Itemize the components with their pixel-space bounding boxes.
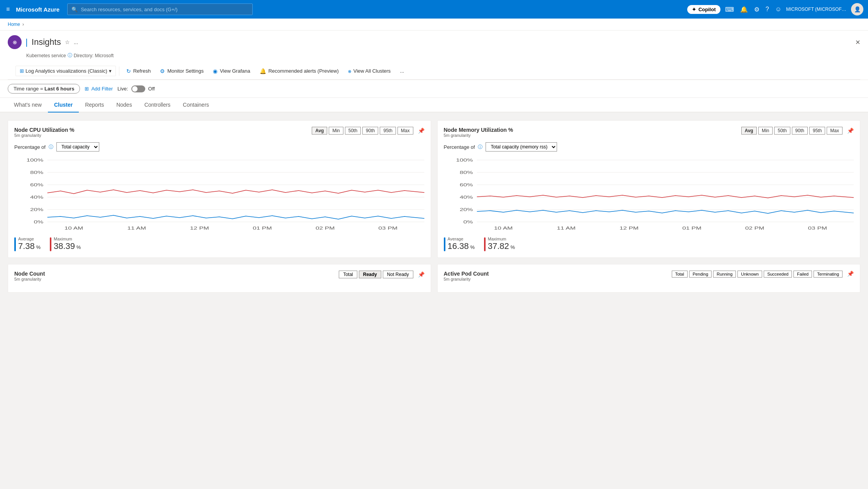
close-icon[interactable]: ✕ <box>855 39 860 46</box>
main-content: Node CPU Utilization % 5m granularity Av… <box>0 112 868 300</box>
gear-icon: ⚙ <box>160 68 165 74</box>
notifications-button[interactable]: 🔔 <box>739 4 749 15</box>
tab-nodes[interactable]: Nodes <box>110 98 138 112</box>
live-toggle[interactable] <box>131 85 145 92</box>
cpu-min-btn[interactable]: Min <box>329 127 343 135</box>
avatar[interactable]: 👤 <box>851 3 863 15</box>
cpu-95th-btn[interactable]: 95th <box>380 127 396 135</box>
pod-total-btn[interactable]: Total <box>672 271 688 278</box>
page-title: | Insights <box>25 37 61 47</box>
terminal-button[interactable]: ⌨ <box>724 4 736 15</box>
node-total-btn[interactable]: Total <box>339 271 357 278</box>
more-options-icon[interactable]: ... <box>74 39 78 45</box>
svg-text:02 PM: 02 PM <box>316 226 335 230</box>
memory-chart-header: Node Memory Utilization % 5m granularity… <box>444 127 854 138</box>
memory-chart-card: Node Memory Utilization % 5m granularity… <box>437 120 861 258</box>
monitor-settings-button[interactable]: ⚙ Monitor Settings <box>156 66 207 76</box>
breadcrumb-home[interactable]: Home <box>8 22 20 27</box>
pod-failed-btn[interactable]: Failed <box>793 271 812 278</box>
hamburger-menu[interactable]: ≡ <box>5 4 11 14</box>
recommended-alerts-button[interactable]: 🔔 Recommended alerts (Preview) <box>256 66 343 76</box>
view-all-clusters-button[interactable]: ⎈ View All Clusters <box>344 66 395 76</box>
pod-running-btn[interactable]: Running <box>713 271 736 278</box>
separator <box>119 66 119 76</box>
cpu-max-stat: Maximum 38.39 % <box>50 237 81 251</box>
azure-logo: Microsoft Azure <box>16 6 59 13</box>
tab-reports[interactable]: Reports <box>79 98 110 112</box>
memory-95th-btn[interactable]: 95th <box>809 127 825 135</box>
user-account[interactable]: MICROSOFT (MICROSOFT.ONMI... <box>786 7 848 12</box>
cpu-avg-display: 7.38 % <box>18 241 41 251</box>
memory-chart-title: Node Memory Utilization % <box>444 127 513 133</box>
chevron-down-icon: ▾ <box>109 68 112 74</box>
cpu-90th-btn[interactable]: 90th <box>362 127 378 135</box>
cpu-max-btn[interactable]: Max <box>397 127 413 135</box>
kubernetes-icon: ⎈ <box>8 35 22 49</box>
cpu-chart-card: Node CPU Utilization % 5m granularity Av… <box>8 120 431 258</box>
feedback-button[interactable]: ☺ <box>774 4 783 14</box>
cpu-info-icon[interactable]: ⓘ <box>49 144 53 150</box>
favorite-icon[interactable]: ☆ <box>65 39 70 45</box>
add-filter-button[interactable]: ⊞ Add Filter <box>85 86 113 92</box>
memory-max-btn[interactable]: Max <box>827 127 843 135</box>
cpu-chart-area: 100% 80% 60% 40% 20% 0% 10 AM 11 AM 12 P… <box>14 156 425 233</box>
memory-avg-btn[interactable]: Avg <box>741 127 757 135</box>
pod-terminating-btn[interactable]: Terminating <box>814 271 843 278</box>
memory-chart-title-group: Node Memory Utilization % 5m granularity <box>444 127 513 138</box>
node-pin-icon[interactable]: 📌 <box>418 271 425 278</box>
memory-pin-icon[interactable]: 📌 <box>847 128 854 134</box>
filter-icon: ⊞ <box>85 86 89 92</box>
memory-50th-btn[interactable]: 50th <box>774 127 790 135</box>
memory-svg: 100% 80% 60% 40% 20% 0% 10 AM 11 AM 12 P… <box>444 156 854 233</box>
charts-row: Node CPU Utilization % 5m granularity Av… <box>8 120 860 258</box>
cpu-max-display: 38.39 % <box>54 241 81 251</box>
tab-cluster[interactable]: Cluster <box>48 98 79 112</box>
page-header: ⎈ | Insights ☆ ... ✕ Kubernetes service … <box>0 31 868 80</box>
cpu-svg: 100% 80% 60% 40% 20% 0% 10 AM 11 AM 12 P… <box>14 156 425 233</box>
node-count-subtitle: 5m granularity <box>14 277 45 281</box>
memory-max-stat: Maximum 37.82 % <box>484 237 515 251</box>
tabs-row: What's new Cluster Reports Nodes Control… <box>0 98 868 112</box>
cpu-chart-header: Node CPU Utilization % 5m granularity Av… <box>14 127 425 138</box>
toolbar-more-button[interactable]: ... <box>396 66 408 76</box>
refresh-button[interactable]: ↻ Refresh <box>122 66 155 76</box>
view-grafana-button[interactable]: ◉ View Grafana <box>209 66 254 76</box>
memory-90th-btn[interactable]: 90th <box>792 127 808 135</box>
svg-text:01 PM: 01 PM <box>253 226 272 230</box>
pod-succeeded-btn[interactable]: Succeeded <box>764 271 792 278</box>
memory-info-icon[interactable]: ⓘ <box>478 144 482 150</box>
pod-pending-btn[interactable]: Pending <box>689 271 712 278</box>
settings-button[interactable]: ⚙ <box>752 4 761 15</box>
cpu-avg-stat: Average 7.38 % <box>14 237 41 251</box>
svg-text:11 AM: 11 AM <box>557 226 576 230</box>
cpu-avg-bar <box>14 237 16 251</box>
copilot-button[interactable]: ✦ Copilot <box>687 5 720 14</box>
pod-count-subtitle: 5m granularity <box>444 277 489 281</box>
tab-whats-new[interactable]: What's new <box>8 98 48 112</box>
toolbar: ⊞ Log Analytics visualizations (Classic)… <box>8 63 860 80</box>
analytics-icon: ⊞ <box>20 68 24 74</box>
search-bar: 🔍 <box>67 3 253 15</box>
svg-text:11 AM: 11 AM <box>127 226 146 230</box>
svg-text:20%: 20% <box>30 208 43 212</box>
cpu-avg-btn[interactable]: Avg <box>312 127 327 135</box>
cpu-capacity-dropdown[interactable]: Total capacity Request Limit <box>56 142 99 152</box>
log-analytics-dropdown[interactable]: ⊞ Log Analytics visualizations (Classic)… <box>15 66 116 76</box>
node-not-ready-btn[interactable]: Not Ready <box>383 271 413 278</box>
cpu-pin-icon[interactable]: 📌 <box>418 128 425 134</box>
node-ready-btn[interactable]: Ready <box>359 271 381 278</box>
pod-pin-icon[interactable]: 📌 <box>847 271 854 278</box>
time-range-button[interactable]: Time range = Last 6 hours <box>8 84 80 94</box>
help-button[interactable]: ? <box>764 4 771 14</box>
svg-text:0%: 0% <box>34 220 44 224</box>
memory-max-bar <box>484 237 486 251</box>
memory-max-display: 37.82 % <box>488 241 515 251</box>
pod-count-title-group: Active Pod Count 5m granularity <box>444 271 489 281</box>
tab-containers[interactable]: Containers <box>177 98 215 112</box>
memory-min-btn[interactable]: Min <box>758 127 773 135</box>
cpu-50th-btn[interactable]: 50th <box>345 127 361 135</box>
memory-capacity-dropdown[interactable]: Total capacity (memory rss) Request Limi… <box>486 142 557 152</box>
search-input[interactable] <box>81 7 248 12</box>
tab-controllers[interactable]: Controllers <box>138 98 177 112</box>
pod-unknown-btn[interactable]: Unknown <box>737 271 762 278</box>
